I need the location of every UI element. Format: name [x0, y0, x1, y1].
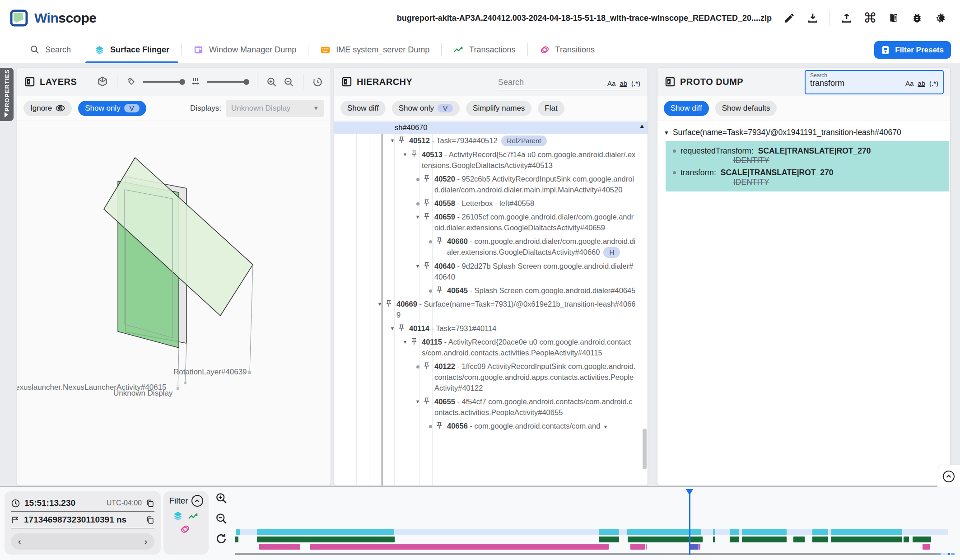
- timeline-segment-surface-flinger[interactable]: [713, 529, 715, 535]
- collapse-arrow-icon[interactable]: ▼: [413, 261, 423, 271]
- edit-filename-button[interactable]: [780, 9, 799, 28]
- regex-icon[interactable]: (.*): [631, 79, 640, 87]
- upload-new-button[interactable]: [837, 9, 856, 28]
- copy-time-button[interactable]: [146, 499, 154, 508]
- pin-icon[interactable]: [435, 237, 444, 245]
- properties-side-tab[interactable]: PROPERTIES: [0, 68, 14, 121]
- collapse-timeline-button[interactable]: [943, 471, 955, 482]
- timeline-segment-transactions[interactable]: [793, 537, 805, 542]
- timeline-segment-transitions[interactable]: [259, 544, 300, 550]
- timeline-segment-transitions[interactable]: [699, 544, 700, 550]
- tree-row[interactable]: 40645 - Splash Screen com.google.android…: [334, 284, 648, 297]
- tree-row[interactable]: ▼40513 - ActivityRecord{5c7f14a u0 com.g…: [334, 148, 648, 172]
- scroll-up-icon[interactable]: ▲: [639, 122, 645, 129]
- human-time-row[interactable]: 15:51:13.230 UTC-04:00: [11, 495, 154, 512]
- pin-icon[interactable]: [423, 397, 432, 405]
- rotation-icon[interactable]: [126, 76, 137, 87]
- tab-transitions[interactable]: Transitions: [528, 36, 606, 63]
- timeline-segment-surface-flinger[interactable]: [599, 529, 619, 535]
- pin-icon[interactable]: [397, 324, 406, 332]
- tree-row[interactable]: 40558 - Letterbox - left#40558: [334, 196, 648, 210]
- shortcuts-button[interactable]: ⌘: [861, 9, 880, 28]
- reset-view-icon[interactable]: [312, 76, 323, 88]
- pin-icon[interactable]: [385, 299, 394, 308]
- match-word-icon[interactable]: ab: [620, 79, 627, 87]
- timeline-scrollbar[interactable]: [941, 553, 948, 555]
- download-traces-button[interactable]: [803, 9, 822, 28]
- tab-surface-flinger[interactable]: Surface Flinger: [83, 36, 181, 63]
- tree-row[interactable]: ▼40512 - Task=7934#40512RelZParent: [334, 134, 648, 148]
- timeline-segment-transitions[interactable]: [630, 544, 645, 550]
- spacing-icon[interactable]: [190, 76, 201, 87]
- proto-root-node[interactable]: ▼ Surface(name=Task=7934)/@0x1941191_tra…: [657, 121, 950, 141]
- timeline-segment-transactions[interactable]: [831, 537, 902, 542]
- collapse-timeline-card[interactable]: [937, 465, 960, 487]
- layers-3d-canvas[interactable]: RotationLayer#40639 exuslauncher.NexusLa…: [17, 121, 331, 485]
- pin-icon[interactable]: [423, 174, 432, 182]
- timeline-segment-transactions[interactable]: [628, 537, 703, 542]
- pin-icon[interactable]: [423, 362, 432, 370]
- cube-3d-icon[interactable]: [97, 76, 108, 88]
- tree-row[interactable]: 40656 - com.google.android.contacts/com.…: [334, 419, 648, 434]
- pin-icon[interactable]: [397, 136, 406, 144]
- tab-search[interactable]: Search: [18, 36, 83, 63]
- pin-icon[interactable]: [423, 212, 432, 220]
- timeline-reset-zoom-button[interactable]: [215, 532, 228, 545]
- tab-ime-dump[interactable]: IME system_server Dump: [308, 36, 441, 63]
- overflow-caret-icon[interactable]: ▼: [603, 424, 608, 429]
- pin-icon[interactable]: [435, 286, 444, 294]
- timeline-segment-surface-flinger[interactable]: [730, 529, 739, 535]
- tree-row[interactable]: ▼40640 - 9d2d27b Splash Screen com.googl…: [334, 259, 648, 284]
- tree-row[interactable]: 40122 - 1ffcc09 ActivityRecordInputSink …: [334, 359, 648, 395]
- timeline-segment-transactions[interactable]: [913, 537, 931, 542]
- collapse-arrow-icon[interactable]: ▼: [387, 323, 397, 334]
- timeline-cursor-head[interactable]: [686, 489, 693, 495]
- report-bug-button[interactable]: [908, 9, 927, 28]
- timeline-segment-transactions[interactable]: [713, 537, 715, 542]
- filter-collapse-button[interactable]: [191, 495, 203, 507]
- nanos-time-value[interactable]: 1713469873230110391 ns: [24, 515, 126, 525]
- pin-icon[interactable]: [423, 199, 432, 207]
- timeline-segment-transitions[interactable]: [646, 544, 647, 550]
- timeline-segment-surface-flinger[interactable]: [831, 529, 902, 535]
- pin-icon[interactable]: [423, 261, 432, 270]
- rotation-slider[interactable]: [143, 81, 184, 83]
- simplify-names-button[interactable]: Simplify names: [466, 101, 531, 116]
- timeline-segment-transactions[interactable]: [904, 537, 909, 542]
- tree-row[interactable]: 40660 - com.google.android.dialer/com.go…: [334, 234, 648, 259]
- match-case-icon[interactable]: Aa: [607, 79, 615, 87]
- previous-frame-button[interactable]: ‹: [18, 537, 21, 546]
- timeline-segment-surface-flinger[interactable]: [236, 529, 240, 535]
- timeline-segment-transitions[interactable]: [310, 544, 609, 550]
- tree-row[interactable]: ▼40114 - Task=7931#40114: [334, 322, 648, 335]
- pin-icon[interactable]: [410, 150, 419, 158]
- zoom-in-icon[interactable]: [266, 76, 277, 88]
- next-frame-button[interactable]: ›: [144, 537, 147, 546]
- timeline-segment-transactions[interactable]: [235, 537, 238, 542]
- match-word-icon[interactable]: ab: [918, 79, 925, 87]
- timeline-scrollbar[interactable]: [951, 553, 955, 555]
- dark-mode-toggle[interactable]: [931, 9, 950, 28]
- timeline-zoom-out-button[interactable]: [215, 512, 228, 525]
- hierarchy-scrollbar[interactable]: [643, 429, 647, 469]
- timeline-scrollbar[interactable]: [235, 553, 937, 555]
- timeline-cursor[interactable]: [689, 494, 690, 555]
- nanos-time-row[interactable]: 1713469873230110391 ns: [11, 512, 154, 528]
- timeline-segment-surface-flinger[interactable]: [812, 529, 828, 535]
- show-defaults-button[interactable]: Show defaults: [715, 101, 777, 116]
- collapse-arrow-icon[interactable]: ▼: [413, 211, 423, 222]
- tab-window-manager-dump[interactable]: Window Manager Dump: [182, 36, 308, 63]
- collapse-arrow-icon[interactable]: ▼: [400, 149, 410, 160]
- human-time-value[interactable]: 15:51:13.230: [24, 498, 75, 508]
- timeline-segment-transactions[interactable]: [599, 537, 619, 542]
- timeline-scrollbar[interactable]: [937, 553, 941, 555]
- selected-tree-row[interactable]: sh#40670: [334, 121, 648, 134]
- spacing-slider[interactable]: [207, 81, 248, 83]
- collapse-arrow-icon[interactable]: ▼: [375, 299, 385, 309]
- timeline-segment-transitions[interactable]: [923, 544, 930, 550]
- tree-row[interactable]: ▼40655 - 4f54cf7 com.google.android.cont…: [334, 395, 648, 419]
- proto-property-row[interactable]: transform:SCALE|TRANSLATE|ROT_270IDENTIT…: [666, 165, 949, 187]
- tree-row[interactable]: ▼40115 - ActivityRecord{20ace0e u0 com.g…: [334, 335, 648, 359]
- tree-row[interactable]: 40520 - 952c6b5 ActivityRecordInputSink …: [334, 172, 648, 196]
- timeline-segment-transactions[interactable]: [742, 537, 787, 542]
